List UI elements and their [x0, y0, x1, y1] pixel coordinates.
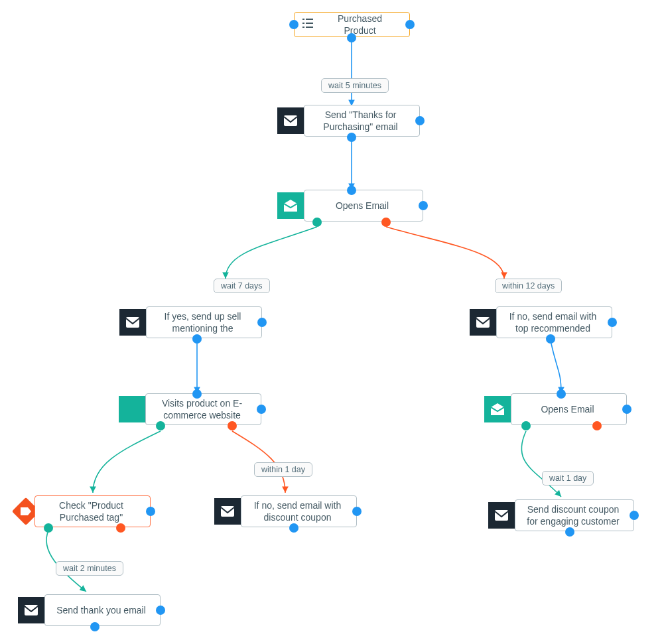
node-label: Opens Email — [307, 198, 417, 213]
port-bottom[interactable] — [565, 527, 574, 537]
node-visits-product[interactable]: Visits product on E-commerce website — [145, 393, 261, 425]
svg-rect-7 — [126, 317, 139, 328]
pill-within-12d[interactable]: within 12 days — [495, 279, 562, 293]
pill-wait-5m[interactable]: wait 5 minutes — [321, 78, 389, 93]
open-email-icon — [277, 192, 304, 219]
node-thank-you-email[interactable]: Send thank you email — [44, 594, 161, 626]
port-bottom[interactable] — [289, 523, 299, 533]
port-no[interactable] — [228, 421, 237, 430]
port-yes[interactable] — [44, 523, 53, 533]
svg-rect-3 — [306, 23, 313, 24]
open-email-icon — [484, 396, 511, 422]
node-opens-email-2[interactable]: Opens Email — [511, 393, 627, 425]
list-icon — [302, 19, 313, 31]
port-yes[interactable] — [312, 218, 322, 227]
visit-icon — [119, 396, 145, 422]
svg-rect-0 — [302, 19, 304, 20]
node-label: Send thank you email — [48, 603, 155, 617]
port-right[interactable] — [156, 606, 165, 615]
node-opens-email-1[interactable]: Opens Email — [304, 190, 423, 222]
port-top[interactable] — [347, 186, 356, 195]
port-no[interactable] — [592, 421, 602, 430]
email-icon — [18, 597, 44, 623]
node-upsell-email[interactable]: If yes, send up sell mentioning the — [146, 306, 262, 338]
svg-rect-1 — [306, 19, 313, 20]
port-no[interactable] — [381, 218, 391, 227]
port-right[interactable] — [415, 116, 425, 125]
pill-within-1d[interactable]: within 1 day — [254, 462, 312, 477]
node-label: Check "Product Purchased tag" — [38, 498, 145, 525]
port-top[interactable] — [557, 389, 566, 399]
svg-rect-8 — [476, 317, 490, 328]
node-check-tag[interactable]: Check "Product Purchased tag" — [34, 495, 151, 527]
svg-rect-10 — [495, 510, 508, 521]
node-thanks-email[interactable]: Send "Thanks for Purchasing" email — [304, 105, 420, 137]
port-bottom[interactable] — [192, 334, 202, 344]
email-icon — [119, 309, 146, 336]
svg-rect-4 — [302, 27, 304, 28]
node-label: If no, send email with top recommended — [499, 309, 606, 336]
port-right[interactable] — [405, 20, 415, 29]
pill-wait-1d[interactable]: wait 1 day — [542, 471, 594, 485]
node-label: Send discount coupon for engaging custom… — [518, 502, 628, 529]
port-bottom[interactable] — [347, 133, 356, 142]
node-label: Purchased Product — [318, 11, 401, 38]
svg-rect-6 — [284, 115, 297, 126]
port-yes[interactable] — [521, 421, 531, 430]
port-no[interactable] — [116, 523, 125, 533]
port-bottom[interactable] — [546, 334, 555, 344]
node-label: Send "Thanks for Purchasing" email — [307, 107, 414, 134]
port-right[interactable] — [622, 405, 631, 414]
port-yes[interactable] — [156, 421, 165, 430]
node-label: If yes, send up sell mentioning the — [149, 309, 256, 336]
node-discount-email[interactable]: If no, send email with discount coupon — [241, 495, 357, 527]
email-icon — [470, 309, 496, 336]
svg-rect-9 — [221, 506, 234, 517]
node-engage-email[interactable]: Send discount coupon for engaging custom… — [515, 499, 634, 531]
port-bottom[interactable] — [347, 33, 356, 42]
node-label: If no, send email with discount coupon — [244, 498, 351, 525]
pill-wait-7d[interactable]: wait 7 days — [214, 279, 270, 293]
port-left[interactable] — [289, 20, 299, 29]
node-label: Opens Email — [514, 402, 621, 417]
workflow-canvas[interactable]: Purchased Product wait 5 minutes Send "T… — [0, 0, 664, 644]
pill-wait-2m[interactable]: wait 2 minutes — [56, 561, 123, 576]
svg-rect-11 — [25, 605, 38, 615]
svg-rect-5 — [306, 27, 313, 28]
port-bottom[interactable] — [90, 622, 100, 631]
port-right[interactable] — [257, 405, 266, 414]
port-right[interactable] — [352, 507, 362, 516]
svg-rect-2 — [302, 23, 304, 24]
port-right[interactable] — [608, 318, 617, 327]
email-icon — [277, 107, 304, 134]
node-recommend-email[interactable]: If no, send email with top recommended — [496, 306, 612, 338]
port-top[interactable] — [192, 389, 202, 399]
email-icon — [214, 498, 241, 525]
email-icon — [488, 502, 515, 529]
port-right[interactable] — [257, 318, 267, 327]
port-right[interactable] — [419, 201, 428, 210]
port-right[interactable] — [630, 511, 639, 520]
port-right[interactable] — [146, 507, 155, 516]
node-label: Visits product on E-commerce website — [149, 396, 255, 422]
